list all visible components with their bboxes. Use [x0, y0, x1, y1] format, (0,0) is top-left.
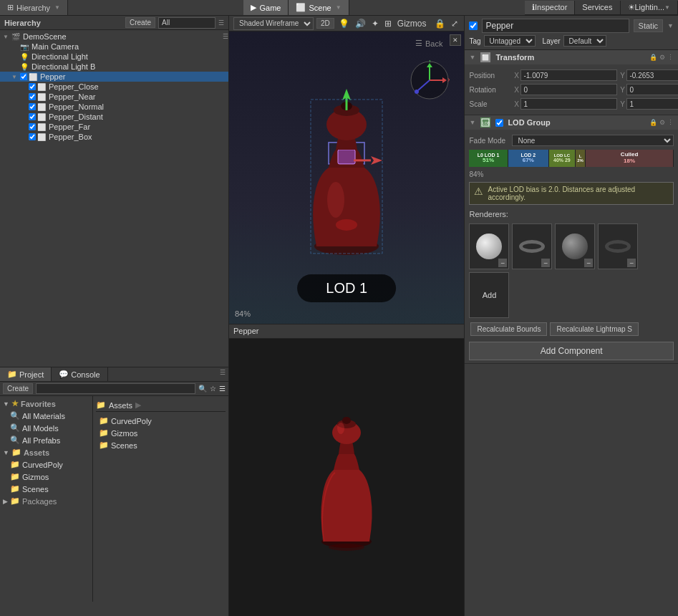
gizmos-left[interactable]: 📁 Gizmos [0, 471, 92, 483]
demoscene-options[interactable]: ☰ [223, 33, 228, 40]
tab-services[interactable]: Services [575, 1, 620, 14]
renderer-add-btn[interactable]: Add [469, 272, 509, 318]
lod-lock-icon[interactable]: 🔒 [649, 119, 657, 126]
fade-mode-select[interactable]: None [512, 135, 674, 146]
tree-item-main-camera[interactable]: 📷 Main Camera [0, 42, 228, 52]
tree-item-dir-light-b[interactable]: 💡 Directional Light B [0, 62, 228, 72]
lod-group-header[interactable]: ▼ LOD LOD Group 🔒 ⚙ ⋮ [465, 115, 678, 130]
lod-bar-1[interactable]: LOD 2 67% [508, 150, 549, 167]
gizmos-right[interactable]: 📁 Gizmos [96, 427, 226, 439]
tree-item-dir-light[interactable]: 💡 Directional Light [0, 52, 228, 62]
pbox-checkbox[interactable] [29, 133, 36, 140]
lod-bar-3[interactable]: L 2% [576, 150, 586, 167]
lighting-menu[interactable]: ▼ [664, 4, 670, 11]
tag-select[interactable]: Untagged [484, 35, 536, 47]
renderer-3-minus[interactable]: − [584, 259, 593, 267]
project-search[interactable] [36, 383, 195, 394]
all-prefabs-item[interactable]: 🔍 All Prefabs [0, 434, 92, 446]
tree-item-pepper[interactable]: ▼ ⬜ Pepper [0, 72, 228, 82]
project-create-btn[interactable]: Create [3, 383, 33, 394]
renderer-2-minus[interactable]: − [541, 259, 550, 267]
tree-item-pepper-box[interactable]: ⬜ Pepper_Box [0, 132, 228, 142]
scene-close-btn[interactable]: ✕ [450, 34, 461, 46]
hierarchy-menu-icon[interactable]: ▼ [54, 4, 60, 11]
tab-hierarchy[interactable]: ⊞ Hierarchy ▼ [0, 0, 68, 15]
scenes-right[interactable]: 📁 Scenes [96, 439, 226, 451]
project-filter-icon[interactable]: ☆ [210, 385, 216, 393]
tree-item-pepper-close[interactable]: ⬜ Pepper_Close [0, 82, 228, 92]
tree-item-pepper-far[interactable]: ⬜ Pepper_Far [0, 122, 228, 132]
lod-bar-0[interactable]: L0 LOD 1 51% [469, 150, 508, 167]
pepper-checkbox[interactable] [20, 73, 27, 80]
tree-item-pepper-near[interactable]: ⬜ Pepper_Near [0, 92, 228, 102]
2d-btn[interactable]: 2D [316, 18, 334, 29]
project-options-icon[interactable]: ☰ [217, 367, 228, 381]
pos-y-input[interactable] [626, 69, 678, 81]
tab-game[interactable]: ▶ Game [243, 0, 289, 15]
gizmos3-btn[interactable]: ⊞ [383, 17, 393, 30]
renderer-1-minus[interactable]: − [498, 259, 507, 267]
lock-btn[interactable]: 🔒 [433, 17, 447, 30]
tab-project[interactable]: 📁 Project [0, 367, 52, 381]
scale-y-input[interactable] [626, 98, 678, 110]
recalc-bounds-btn[interactable]: Recalculate Bounds [470, 322, 547, 336]
lod-settings-icon[interactable]: ⚙ [659, 119, 665, 126]
lod-bar-culled[interactable]: Culled 18% [586, 150, 674, 167]
scene-viewport[interactable]: ✕ ☰ Back [229, 32, 464, 324]
static-button[interactable]: Static [634, 19, 664, 32]
lod-bar-2[interactable]: LOD LC 40% 29 [549, 150, 576, 167]
pnear-checkbox[interactable] [29, 93, 36, 100]
pos-x-input[interactable] [520, 69, 617, 81]
curvedpoly-right[interactable]: 📁 CurvedPoly [96, 415, 226, 427]
all-materials-item[interactable]: 🔍 All Materials [0, 410, 92, 422]
object-name-input[interactable] [482, 19, 629, 33]
all-models-item[interactable]: 🔍 All Models [0, 422, 92, 434]
hierarchy-search[interactable] [158, 17, 215, 29]
tree-item-pepper-normal[interactable]: ⬜ Pepper_Normal [0, 102, 228, 112]
add-component-btn[interactable]: Add Component [469, 342, 674, 360]
scene-tab-menu[interactable]: ▼ [336, 4, 342, 11]
lod-more-icon[interactable]: ⋮ [667, 119, 674, 126]
gizmos-btn[interactable]: Gizmos [396, 17, 428, 30]
packages-root[interactable]: ▶ 📁 Packages [0, 495, 92, 507]
transform-more-icon[interactable]: ⋮ [667, 54, 674, 61]
scenes-left[interactable]: 📁 Scenes [0, 483, 92, 495]
effects-btn[interactable]: ✦ [370, 17, 380, 30]
recalc-lightmap-btn[interactable]: Recalculate Lightmap S [550, 322, 639, 336]
maximize-btn[interactable]: ⤢ [450, 17, 460, 30]
pclose-checkbox[interactable] [29, 83, 36, 90]
object-active-checkbox[interactable] [469, 21, 478, 30]
tab-console[interactable]: 💬 Console [52, 367, 107, 381]
favorites-group[interactable]: ▼ ★ Favorites [0, 398, 92, 410]
lod-active-checkbox[interactable] [495, 119, 503, 127]
layer-select[interactable]: Default [563, 35, 606, 47]
lights-btn[interactable]: 💡 [337, 17, 351, 30]
scale-x-input[interactable] [520, 98, 617, 110]
curvedpoly-left[interactable]: 📁 CurvedPoly [0, 458, 92, 471]
rot-y-input[interactable] [626, 84, 678, 95]
tab-inspector[interactable]: ℹ Inspector [525, 1, 575, 14]
pdistant-checkbox[interactable] [29, 113, 36, 120]
project-sort-icon[interactable]: ☰ [219, 385, 226, 393]
tab-lighting[interactable]: ☀ Lightin... ▼ [621, 1, 679, 14]
tree-item-demoscene[interactable]: ▼ 🎬 DemoScene ☰ [0, 32, 228, 42]
transform-lock-icon[interactable]: 🔒 [649, 54, 657, 61]
renderer-item-4[interactable]: − [598, 223, 638, 269]
rot-x-input[interactable] [520, 84, 617, 95]
tree-item-pepper-distant[interactable]: ⬜ Pepper_Distant [0, 112, 228, 122]
audio-btn[interactable]: 🔊 [354, 17, 367, 30]
renderer-item-3[interactable]: − [555, 223, 595, 269]
pnormal-checkbox[interactable] [29, 103, 36, 110]
static-dropdown-icon[interactable]: ▼ [667, 22, 674, 29]
shading-dropdown[interactable]: Shaded Wireframe Shaded Wireframe [233, 17, 314, 30]
hierarchy-options-icon[interactable]: ☰ [218, 19, 224, 27]
tab-scene[interactable]: ⬜ Scene ▼ [289, 0, 349, 15]
pfar-checkbox[interactable] [29, 123, 36, 130]
hierarchy-create-btn[interactable]: Create [125, 17, 155, 28]
renderer-4-minus[interactable]: − [627, 259, 636, 267]
assets-root[interactable]: ▼ 📁 Assets [0, 446, 92, 458]
renderer-item-1[interactable]: − [469, 223, 509, 269]
transform-header[interactable]: ▼ ⬜ Transform 🔒 ⚙ ⋮ [465, 50, 678, 64]
transform-settings-icon[interactable]: ⚙ [659, 54, 665, 61]
renderer-item-2[interactable]: − [512, 223, 552, 269]
